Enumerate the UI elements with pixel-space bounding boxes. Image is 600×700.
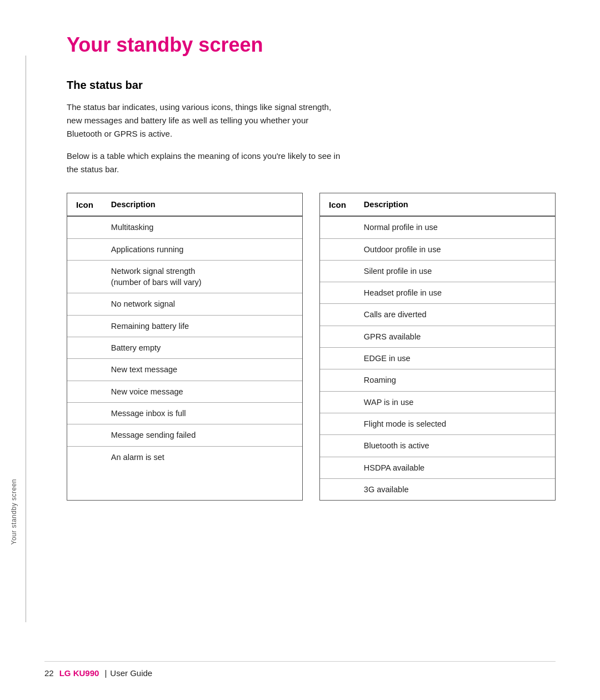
left-table-header-icon: Icon <box>67 193 102 216</box>
right-table-desc-cell: HSDPA available <box>355 457 555 478</box>
left-table-header-desc: Description <box>102 193 302 216</box>
sidebar-line <box>26 56 26 622</box>
left-table-row: Applications running <box>67 238 302 260</box>
left-table-icon-cell <box>67 424 102 446</box>
right-table-icon-cell <box>320 304 355 326</box>
left-table-desc-cell: New voice message <box>102 381 302 402</box>
right-table-row: Calls are diverted <box>320 304 555 326</box>
right-table-row: Normal profile in use <box>320 216 555 238</box>
right-table-header-desc: Description <box>355 193 555 216</box>
right-table-icon-cell <box>320 413 355 434</box>
right-table-row: GPRS available <box>320 326 555 347</box>
right-table-desc-cell: Outdoor profile in use <box>355 238 555 260</box>
right-table-row: Outdoor profile in use <box>320 238 555 260</box>
left-table-desc-cell: An alarm is set <box>102 446 302 468</box>
left-table-icon-cell <box>67 216 102 238</box>
right-table-desc-cell: Bluetooth is active <box>355 435 555 457</box>
left-table-row: Message inbox is full <box>67 402 302 424</box>
right-table-icon-cell <box>320 391 355 413</box>
sidebar-label: Your standby screen <box>10 479 18 544</box>
left-table-desc-cell: Battery empty <box>102 337 302 359</box>
left-table-desc-cell: Applications running <box>102 238 302 260</box>
section-heading: The status bar <box>67 79 556 92</box>
right-table-row: HSDPA available <box>320 457 555 478</box>
right-table-icon-cell <box>320 435 355 457</box>
intro-paragraph-2: Below is a table which explains the mean… <box>67 149 344 176</box>
right-table-row: Headset profile in use <box>320 282 555 304</box>
right-table-row: Flight mode is selected <box>320 413 555 434</box>
left-table-icon-cell <box>67 359 102 381</box>
intro-paragraph-1: The status bar indicates, using various … <box>67 101 344 141</box>
right-table-icon-cell <box>320 216 355 238</box>
footer-page-number: 22 <box>44 668 54 678</box>
left-table-icon-cell <box>67 238 102 260</box>
left-table-row: Multitasking <box>67 216 302 238</box>
right-table-row: Roaming <box>320 369 555 391</box>
left-table-row: No network signal <box>67 293 302 315</box>
right-table-panel: Icon Description Normal profile in useOu… <box>319 193 556 501</box>
right-table-icon-cell <box>320 326 355 347</box>
footer-guide: User Guide <box>110 668 152 678</box>
right-table-desc-cell: EDGE in use <box>355 348 555 369</box>
left-table-panel: Icon Description MultitaskingApplication… <box>67 193 303 501</box>
right-table-icon-cell <box>320 238 355 260</box>
left-table-desc-cell: Multitasking <box>102 216 302 238</box>
right-table-icon-cell <box>320 348 355 369</box>
left-table-desc-cell: Message inbox is full <box>102 402 302 424</box>
right-table-row: EDGE in use <box>320 348 555 369</box>
right-table-desc-cell: Normal profile in use <box>355 216 555 238</box>
page-container: Your standby screen Your standby screen … <box>0 0 600 700</box>
left-table-desc-cell: Network signal strength(number of bars w… <box>102 260 302 293</box>
right-table-row: 3G available <box>320 478 555 500</box>
right-table-desc-cell: Headset profile in use <box>355 282 555 304</box>
left-table-row: New text message <box>67 359 302 381</box>
left-table-icon-cell <box>67 402 102 424</box>
left-table-icon-cell <box>67 381 102 402</box>
right-table-desc-cell: GPRS available <box>355 326 555 347</box>
right-table-row: Silent profile in use <box>320 260 555 282</box>
right-table-icon-cell <box>320 478 355 500</box>
right-table-desc-cell: Silent profile in use <box>355 260 555 282</box>
right-table-desc-cell: WAP is in use <box>355 391 555 413</box>
footer: 22 LG KU990 | User Guide <box>44 661 556 678</box>
right-table-header-icon: Icon <box>320 193 355 216</box>
right-table-desc-cell: Flight mode is selected <box>355 413 555 434</box>
right-table-row: Bluetooth is active <box>320 435 555 457</box>
left-table-icon-cell <box>67 337 102 359</box>
left-table-icon-cell <box>67 293 102 315</box>
left-table-row: Remaining battery life <box>67 315 302 337</box>
left-table-icon-cell <box>67 260 102 293</box>
right-table-desc-cell: 3G available <box>355 478 555 500</box>
left-table-desc-cell: Remaining battery life <box>102 315 302 337</box>
right-table-icon-cell <box>320 260 355 282</box>
left-table-icon-cell <box>67 446 102 468</box>
left-table-desc-cell: New text message <box>102 359 302 381</box>
left-table-row: New voice message <box>67 381 302 402</box>
footer-separator: | <box>104 668 107 678</box>
left-table-row: Network signal strength(number of bars w… <box>67 260 302 293</box>
right-table-icon-cell <box>320 282 355 304</box>
tables-wrapper: Icon Description MultitaskingApplication… <box>67 193 556 501</box>
right-table-icon-cell <box>320 369 355 391</box>
right-table-row: WAP is in use <box>320 391 555 413</box>
left-table-desc-cell: No network signal <box>102 293 302 315</box>
right-table: Icon Description Normal profile in useOu… <box>320 193 555 500</box>
left-table-desc-cell: Message sending failed <box>102 424 302 446</box>
left-table-row: Battery empty <box>67 337 302 359</box>
right-table-icon-cell <box>320 457 355 478</box>
left-table-icon-cell <box>67 315 102 337</box>
left-table: Icon Description MultitaskingApplication… <box>67 193 302 468</box>
footer-brand: LG KU990 <box>59 668 99 678</box>
page-title: Your standby screen <box>67 33 556 57</box>
right-table-desc-cell: Roaming <box>355 369 555 391</box>
left-table-row: An alarm is set <box>67 446 302 468</box>
left-table-row: Message sending failed <box>67 424 302 446</box>
right-table-desc-cell: Calls are diverted <box>355 304 555 326</box>
